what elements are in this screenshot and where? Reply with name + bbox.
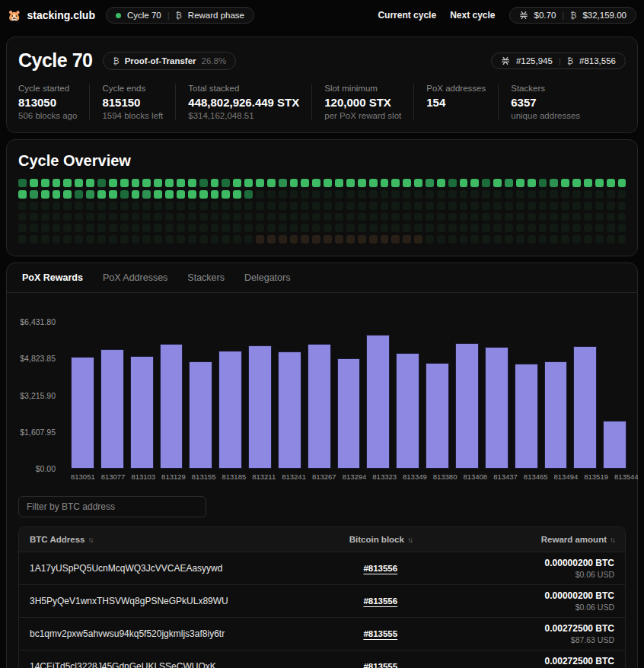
block-cell-filled[interactable] [120,190,129,199]
block-cell-filled[interactable] [448,179,457,187]
block-cell-filled[interactable] [403,179,411,187]
block-cell-empty[interactable] [324,190,332,199]
bar-rect[interactable] [544,361,568,469]
block-cell-empty[interactable] [550,224,558,232]
block-cell-empty[interactable] [470,190,479,199]
bitcoin-block-link[interactable]: #813555 [363,629,397,638]
block-cell-filled[interactable] [528,179,536,187]
block-cell-empty[interactable] [41,235,49,243]
block-cell-filled[interactable] [324,179,332,187]
bar-813103[interactable] [130,310,154,469]
block-cell-empty[interactable] [460,213,468,221]
block-cell-empty[interactable] [165,202,174,210]
block-cell-empty[interactable] [561,202,569,210]
bar-813294[interactable] [337,310,361,469]
block-cell-empty[interactable] [324,202,332,210]
block-cell-filled[interactable] [267,179,276,187]
block-cell-empty[interactable] [607,202,615,210]
block-cell-empty[interactable] [493,213,502,221]
block-cell-empty[interactable] [132,202,140,210]
block-cell-empty[interactable] [448,213,457,221]
block-cell-filled[interactable] [460,179,468,187]
block-cell-empty[interactable] [595,213,604,221]
block-cell-empty[interactable] [381,213,389,221]
bar-813437[interactable] [485,310,509,469]
block-cell-empty[interactable] [30,235,38,243]
block-cell-empty[interactable] [312,213,320,221]
block-cell-empty[interactable] [324,224,332,232]
block-cell-filled[interactable] [335,179,343,187]
block-cell-empty[interactable] [346,213,355,221]
block-cell-empty[interactable] [437,213,445,221]
block-cell-empty[interactable] [391,190,400,199]
block-cell-empty[interactable] [267,202,276,210]
block-cell-filled[interactable] [41,179,49,187]
block-cell-filled[interactable] [63,190,72,199]
brand[interactable]: 🐹 stacking.club [8,9,95,21]
block-cell-filled[interactable] [154,190,162,199]
block-cell-empty[interactable] [516,202,524,210]
block-cell-empty[interactable] [539,190,547,199]
block-cell-empty[interactable] [120,202,129,210]
block-cell-empty[interactable] [154,224,162,232]
block-cell-empty[interactable] [132,235,140,243]
block-cell-empty[interactable] [75,202,83,210]
block-cell-filled[interactable] [18,179,27,187]
bar-rect[interactable] [485,347,509,469]
block-cell-empty[interactable] [233,213,241,221]
block-cell-filled[interactable] [301,179,309,187]
block-cell-empty[interactable] [199,202,208,210]
col-header-bitcoin-block[interactable]: Bitcoin block↑↓ [293,535,468,544]
block-cell-empty[interactable] [41,224,49,232]
block-cell-empty[interactable] [233,202,241,210]
block-cell-filled[interactable] [86,190,94,199]
block-cell-filled[interactable] [391,235,400,243]
block-cell-empty[interactable] [414,190,422,199]
block-cell-filled[interactable] [165,179,174,187]
block-cell-filled[interactable] [369,179,378,187]
block-cell-filled[interactable] [470,179,479,187]
block-cell-filled[interactable] [222,190,230,199]
block-cell-empty[interactable] [142,202,151,210]
block-cell-filled[interactable] [346,235,355,243]
block-cell-empty[interactable] [335,190,343,199]
block-cell-empty[interactable] [505,224,513,232]
block-cell-empty[interactable] [120,235,129,243]
block-cell-empty[interactable] [177,202,185,210]
block-cell-filled[interactable] [211,179,219,187]
block-cell-empty[interactable] [493,190,502,199]
block-cell-empty[interactable] [448,224,457,232]
block-cell-filled[interactable] [414,235,422,243]
block-cell-empty[interactable] [528,190,536,199]
bitcoin-block-link[interactable]: #813556 [363,596,397,606]
block-cell-filled[interactable] [109,179,117,187]
block-cell-empty[interactable] [199,213,208,221]
block-cell-empty[interactable] [256,224,264,232]
block-cell-empty[interactable] [403,224,411,232]
block-cell-filled[interactable] [30,190,38,199]
block-cell-empty[interactable] [41,202,49,210]
block-cell-empty[interactable] [142,235,151,243]
block-cell-empty[interactable] [222,213,230,221]
block-cell-empty[interactable] [154,235,162,243]
block-cell-empty[interactable] [346,224,355,232]
block-cell-filled[interactable] [381,235,389,243]
block-cell-empty[interactable] [618,224,626,232]
block-cell-empty[interactable] [584,202,592,210]
bar-813323[interactable] [366,310,390,469]
block-cell-empty[interactable] [75,235,83,243]
price-badge[interactable]: $0.70 | ₿ $32,159.00 [509,7,637,24]
bar-813349[interactable] [396,310,419,469]
block-cell-empty[interactable] [211,213,219,221]
block-cell-empty[interactable] [482,202,490,210]
block-cell-empty[interactable] [403,190,411,199]
block-cell-empty[interactable] [132,213,140,221]
block-cell-empty[interactable] [369,190,378,199]
block-cell-empty[interactable] [572,190,581,199]
block-cell-empty[interactable] [437,190,445,199]
block-cell-empty[interactable] [448,202,457,210]
block-cell-empty[interactable] [426,202,434,210]
bar-rect[interactable] [189,361,212,469]
block-cell-empty[interactable] [369,224,378,232]
block-cell-empty[interactable] [470,202,479,210]
